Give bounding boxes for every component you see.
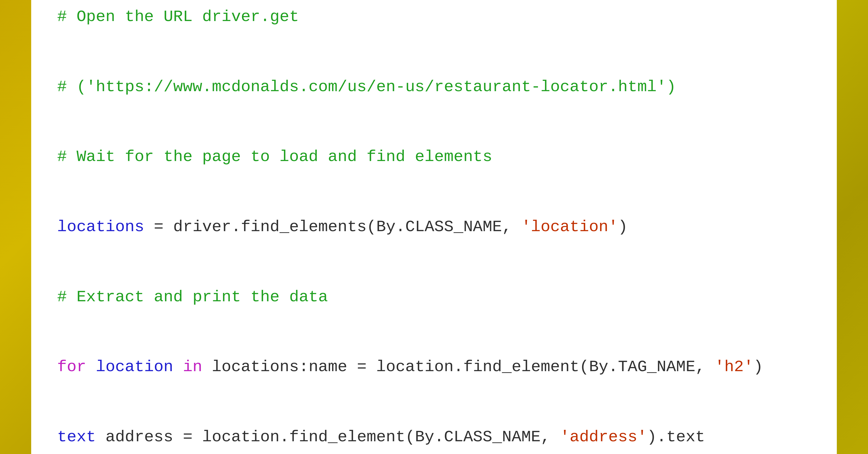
code-line-5: # ('https://www.mcdonalds.com/us/en-us/r…	[57, 75, 811, 99]
comment-extract-print: # Extract and print the data	[57, 288, 328, 306]
comment-url-string: # ('https://www.mcdonalds.com/us/en-us/r…	[57, 78, 676, 96]
text-dot-text: ).text	[647, 428, 705, 446]
text-close-paren-2: )	[753, 358, 763, 376]
string-address: 'address'	[560, 428, 647, 446]
code-line-6: # Wait for the page to load and find ele…	[57, 145, 811, 168]
code-container: from selenium.webdriver.common.by import…	[31, 0, 837, 454]
var-location: location	[96, 358, 173, 376]
text-close-paren-1: )	[618, 218, 628, 236]
comment-wait-load: # Wait for the page to load and find ele…	[57, 148, 492, 166]
code-line-10: text address = location.find_element(By.…	[57, 425, 811, 449]
text-space-1	[86, 358, 96, 376]
code-line-4: # Open the URL driver.get	[57, 5, 811, 29]
string-h2: 'h2'	[715, 358, 753, 376]
keyword-for: for	[57, 358, 86, 376]
text-address-find: address = location.find_element(By.CLASS…	[96, 428, 560, 446]
var-text-1: text	[57, 428, 96, 446]
code-line-9: for location in locations:name = locatio…	[57, 355, 811, 379]
text-space-2	[173, 358, 183, 376]
text-find-elements: = driver.find_elements(By.CLASS_NAME,	[144, 218, 521, 236]
comment-open-url: # Open the URL driver.get	[57, 7, 299, 26]
code-line-8: # Extract and print the data	[57, 286, 811, 309]
text-locations-name-find: locations:name = location.find_element(B…	[202, 358, 715, 376]
string-location: 'location'	[521, 218, 618, 236]
keyword-in: in	[183, 358, 202, 376]
code-block: from selenium.webdriver.common.by import…	[57, 0, 811, 454]
var-locations: locations	[57, 218, 144, 236]
code-line-7: locations = driver.find_elements(By.CLAS…	[57, 215, 811, 239]
